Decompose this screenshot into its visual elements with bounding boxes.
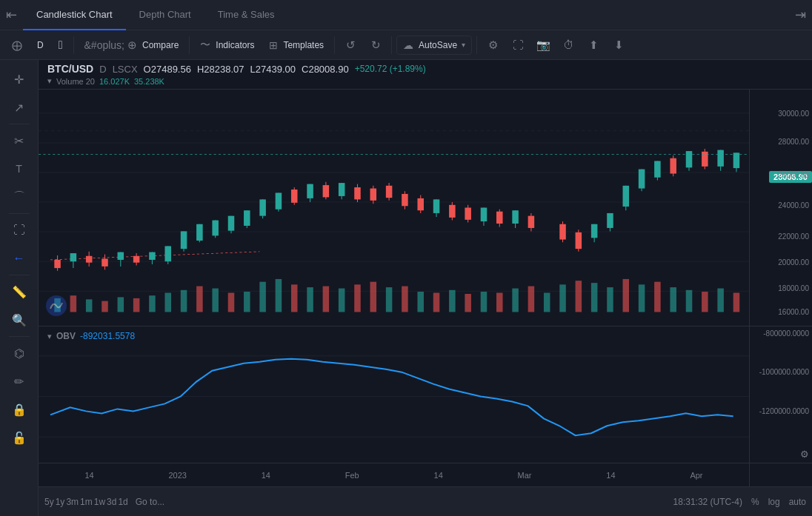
- templates-btn[interactable]: ⊞ Templates: [263, 36, 330, 54]
- svg-rect-38: [528, 287, 535, 312]
- collapse-right-icon[interactable]: ⇥: [795, 7, 806, 23]
- svg-rect-22: [276, 279, 282, 312]
- svg-rect-94: [370, 189, 377, 201]
- period-1m[interactable]: 1m: [80, 497, 93, 507]
- lock-tool[interactable]: 🔒: [6, 396, 33, 423]
- volume-val2: 35.238K: [134, 77, 164, 86]
- svg-rect-21: [259, 282, 266, 312]
- redo-btn[interactable]: ↻: [365, 34, 387, 56]
- info-row1: BTC/USD D LSCX O27489.56 H28238.07 L2743…: [47, 63, 803, 75]
- percent-btn[interactable]: %: [751, 497, 759, 507]
- svg-rect-19: [228, 292, 235, 312]
- obv-collapse[interactable]: ▾: [47, 332, 52, 341]
- tab-candlestick[interactable]: Candlestick Chart: [23, 0, 126, 30]
- pattern-tool[interactable]: ⛶: [6, 217, 33, 244]
- zoom-tool[interactable]: 🔍: [6, 306, 33, 333]
- svg-rect-44: [623, 279, 630, 312]
- time-label-2: 2023: [168, 471, 186, 480]
- info-row2: ▾ Volume 20 16.027K 35.238K: [47, 76, 803, 86]
- autosave-btn[interactable]: ☁ AutoSave ▾: [396, 36, 472, 55]
- svg-rect-32: [433, 292, 440, 312]
- svg-rect-25: [323, 287, 330, 312]
- svg-rect-15: [164, 292, 171, 312]
- fib-tool[interactable]: ✂: [6, 127, 33, 154]
- obv-svg: [39, 326, 749, 463]
- logo-watermark: [44, 294, 68, 320]
- collapse-left-icon[interactable]: ⇤: [6, 7, 23, 23]
- low-value: L27439.00: [250, 64, 296, 75]
- period-5y[interactable]: 5y: [44, 497, 54, 507]
- obv-level-3: -1200000.0000: [753, 407, 809, 415]
- candle-icon: 𝔺: [59, 38, 63, 52]
- period-1y[interactable]: 1y: [56, 497, 65, 507]
- period-1w[interactable]: 1w: [94, 497, 105, 507]
- period-3m[interactable]: 3m: [66, 497, 79, 507]
- svg-rect-136: [717, 150, 724, 167]
- high-value: H28238.07: [197, 64, 244, 75]
- svg-rect-112: [512, 210, 519, 224]
- timeframe-btn[interactable]: D: [31, 37, 50, 53]
- obv-chart-area[interactable]: ▾ OBV -892031.5578: [39, 326, 749, 463]
- svg-rect-30: [402, 287, 408, 312]
- svg-rect-54: [54, 260, 61, 268]
- goto-btn[interactable]: Go to...: [136, 497, 164, 507]
- settings-btn[interactable]: ⚙: [482, 34, 504, 56]
- time-label-7: 14: [606, 471, 615, 480]
- svg-rect-88: [323, 185, 330, 197]
- svg-rect-116: [559, 224, 566, 240]
- exchange-label: LSCX: [113, 64, 138, 75]
- auto-btn[interactable]: auto: [789, 497, 806, 507]
- toolbar: ⨁ D 𝔺 &#oplus; ⊕ Compare 〜 Indicators ⊞ …: [0, 30, 812, 60]
- fullscreen-btn[interactable]: ⛶: [507, 34, 529, 56]
- obv-panel: ▾ OBV -892031.5578 -800000.0000 -1000000…: [39, 326, 812, 463]
- publish-btn[interactable]: ⬆: [582, 34, 605, 56]
- obv-settings-icon[interactable]: ⚙: [800, 449, 809, 460]
- arrow-tool[interactable]: ←: [6, 245, 33, 272]
- svg-rect-35: [481, 292, 487, 312]
- ruler-tool[interactable]: 📏: [6, 278, 33, 305]
- indicators-btn[interactable]: 〜 Indicators: [194, 36, 260, 55]
- crosshair-tool-btn[interactable]: ⨁: [6, 36, 28, 54]
- svg-rect-76: [228, 216, 235, 231]
- tab-bar: ⇤ Candlestick Chart Depth Chart Time & S…: [0, 0, 812, 30]
- svg-rect-110: [496, 212, 503, 224]
- svg-rect-124: [623, 186, 630, 207]
- tool-separator-1: [9, 124, 30, 124]
- undo-btn[interactable]: ↺: [339, 34, 362, 56]
- svg-rect-24: [307, 287, 313, 312]
- svg-rect-39: [544, 292, 550, 312]
- download-btn[interactable]: ⬇: [608, 34, 630, 56]
- volume-collapse[interactable]: ▾: [47, 76, 52, 86]
- svg-rect-14: [149, 295, 156, 312]
- pencil-tool[interactable]: ✏: [6, 368, 33, 395]
- svg-rect-23: [291, 284, 298, 312]
- path-tool[interactable]: ⌒: [6, 184, 33, 210]
- candle-chart-area[interactable]: [39, 90, 749, 326]
- tab-depth[interactable]: Depth Chart: [126, 0, 204, 30]
- separator-3: [334, 36, 335, 54]
- camera-btn[interactable]: 📷: [532, 34, 554, 56]
- log-btn[interactable]: log: [768, 497, 780, 507]
- period-1d[interactable]: 1d: [118, 497, 127, 507]
- candle-type-btn[interactable]: 𝔺: [53, 36, 69, 55]
- plus-icon: &#oplus;: [84, 39, 124, 51]
- svg-rect-62: [118, 252, 124, 260]
- period-3d[interactable]: 3d: [107, 497, 116, 507]
- trendline-tool[interactable]: ↗: [6, 94, 33, 121]
- svg-rect-33: [449, 290, 456, 312]
- text-tool[interactable]: T: [6, 155, 33, 182]
- unlock-tool[interactable]: 🔓: [6, 424, 33, 451]
- svg-rect-78: [244, 210, 250, 226]
- volume-label: Volume 20: [56, 77, 95, 86]
- separator-2: [189, 36, 190, 54]
- timer-btn[interactable]: ⏱: [557, 34, 579, 56]
- svg-rect-90: [339, 183, 345, 196]
- time-label-1: 14: [84, 471, 93, 480]
- change-value: +520.72 (+1.89%): [355, 64, 426, 74]
- tab-time-sales[interactable]: Time & Sales: [204, 0, 288, 30]
- crosshair-tool[interactable]: ✛: [6, 66, 33, 93]
- svg-rect-11: [102, 301, 108, 312]
- bottom-right-info: 18:31:32 (UTC-4) % log auto: [673, 497, 806, 507]
- compare-btn[interactable]: &#oplus; ⊕ Compare: [79, 36, 185, 55]
- magnet-tool[interactable]: ⌬: [6, 340, 33, 366]
